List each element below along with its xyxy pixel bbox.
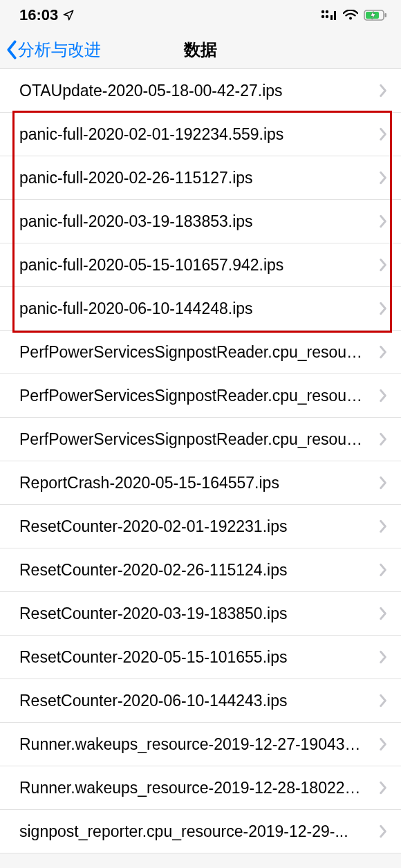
list-item[interactable]: ResetCounter-2020-02-01-192231.ips [0, 505, 401, 548]
list-item[interactable]: Runner.wakeups_resource-2019-12-27-19043… [0, 723, 401, 766]
chevron-right-icon [379, 476, 387, 490]
chevron-right-icon [379, 302, 387, 315]
list-item[interactable]: ResetCounter-2020-02-26-115124.ips [0, 548, 401, 592]
list-item-label: ResetCounter-2020-06-10-144243.ips [19, 692, 379, 710]
page-title: 数据 [184, 39, 217, 61]
chevron-right-icon [379, 389, 387, 403]
location-icon [62, 9, 75, 21]
battery-charging-icon [364, 10, 387, 21]
list-item-label: ReportCrash-2020-05-15-164557.ips [19, 474, 379, 492]
chevron-right-icon [379, 171, 387, 185]
chevron-right-icon [379, 258, 387, 272]
svg-point-0 [321, 10, 324, 13]
list-item-label: panic-full-2020-02-01-192234.559.ips [19, 125, 379, 144]
list-item-label: PerfPowerServicesSignpostReader.cpu_reso… [19, 387, 379, 405]
list-item[interactable]: OTAUpdate-2020-05-18-00-42-27.ips [0, 69, 401, 113]
list-item-label: PerfPowerServicesSignpostReader.cpu_reso… [19, 430, 379, 449]
cellular-signal-icon [321, 10, 337, 21]
navigation-bar: 分析与改进 数据 [0, 30, 401, 69]
list-item-label: signpost_reporter.cpu_resource-2019-12-2… [19, 822, 379, 841]
status-time: 16:03 [19, 6, 58, 24]
list-item-label: ResetCounter-2020-03-19-183850.ips [19, 604, 379, 623]
chevron-right-icon [379, 824, 387, 838]
chevron-right-icon [379, 84, 387, 98]
svg-rect-4 [330, 15, 333, 20]
list-item[interactable]: Runner.wakeups_resource-2019-12-28-18022… [0, 766, 401, 810]
svg-rect-9 [385, 13, 387, 17]
chevron-right-icon [379, 781, 387, 795]
list-item[interactable]: panic-full-2020-02-01-192234.559.ips [0, 113, 401, 156]
list-item[interactable]: ResetCounter-2020-03-19-183850.ips [0, 592, 401, 636]
list-item-label: ResetCounter-2020-02-26-115124.ips [19, 561, 379, 580]
list-item-label: PerfPowerServicesSignpostReader.cpu_reso… [19, 343, 379, 362]
list-item[interactable]: panic-full-2020-03-19-183853.ips [0, 200, 401, 243]
list-item-label: OTAUpdate-2020-05-18-00-42-27.ips [19, 82, 379, 100]
list-item-label: ResetCounter-2020-02-01-192231.ips [19, 517, 379, 536]
list-item-label: Runner.wakeups_resource-2019-12-28-18022… [19, 779, 379, 797]
list-item[interactable]: panic-full-2020-02-26-115127.ips [0, 156, 401, 200]
svg-rect-5 [334, 11, 336, 20]
chevron-right-icon [379, 214, 387, 228]
chevron-left-icon [6, 40, 18, 59]
list-item-label: panic-full-2020-06-10-144248.ips [19, 299, 379, 318]
svg-point-6 [349, 17, 352, 20]
list-item[interactable]: signpost_reporter.cpu_resource-2019-12-2… [0, 810, 401, 853]
list-item[interactable]: panic-full-2020-05-15-101657.942.ips [0, 243, 401, 287]
list-item[interactable]: PerfPowerServicesSignpostReader.cpu_reso… [0, 331, 401, 374]
chevron-right-icon [379, 694, 387, 708]
wifi-icon [343, 10, 358, 21]
chevron-right-icon [379, 607, 387, 620]
list-item-label: panic-full-2020-03-19-183853.ips [19, 212, 379, 231]
chevron-right-icon [379, 519, 387, 533]
list-item-label: panic-full-2020-05-15-101657.942.ips [19, 256, 379, 275]
chevron-right-icon [379, 563, 387, 577]
svg-point-1 [326, 10, 328, 13]
chevron-right-icon [379, 650, 387, 664]
chevron-right-icon [379, 127, 387, 141]
status-right [321, 10, 387, 21]
list-item-label: ResetCounter-2020-05-15-101655.ips [19, 648, 379, 667]
list-item[interactable]: panic-full-2020-06-10-144248.ips [0, 287, 401, 331]
data-file-list[interactable]: OTAUpdate-2020-05-18-00-42-27.ipspanic-f… [0, 69, 401, 853]
list-item[interactable]: ResetCounter-2020-05-15-101655.ips [0, 636, 401, 679]
chevron-right-icon [379, 432, 387, 446]
back-label: 分析与改进 [18, 39, 101, 61]
back-button[interactable]: 分析与改进 [6, 39, 101, 61]
list-item-label: panic-full-2020-02-26-115127.ips [19, 169, 379, 187]
list-item-label: Runner.wakeups_resource-2019-12-27-19043… [19, 735, 379, 754]
svg-point-3 [326, 15, 328, 18]
chevron-right-icon [379, 345, 387, 359]
list-item[interactable]: ReportCrash-2020-05-15-164557.ips [0, 461, 401, 505]
chevron-right-icon [379, 737, 387, 751]
list-item[interactable]: ResetCounter-2020-06-10-144243.ips [0, 679, 401, 723]
status-left: 16:03 [19, 6, 75, 24]
svg-point-2 [321, 15, 324, 18]
status-bar: 16:03 [0, 0, 401, 30]
list-item[interactable]: PerfPowerServicesSignpostReader.cpu_reso… [0, 374, 401, 418]
list-item[interactable]: PerfPowerServicesSignpostReader.cpu_reso… [0, 418, 401, 461]
